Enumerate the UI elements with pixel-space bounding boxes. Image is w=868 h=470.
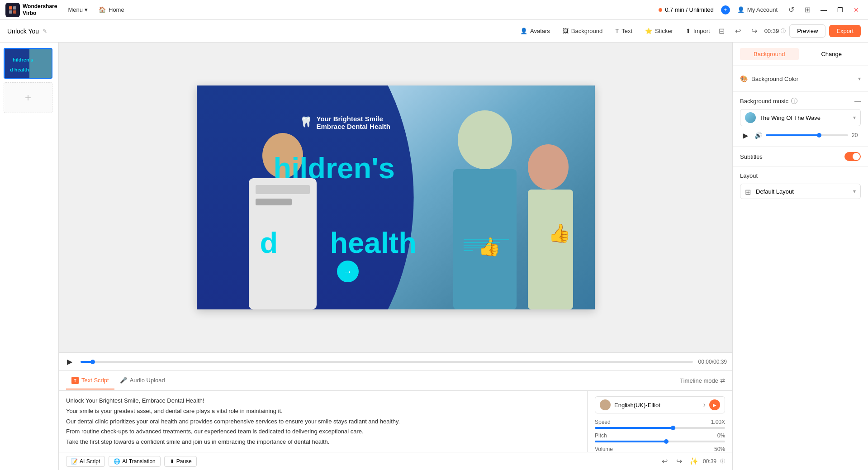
- ai-translation-label: AI Translation: [122, 458, 155, 465]
- text-label: Text: [621, 28, 632, 34]
- subtitles-label: Subtitles: [740, 153, 763, 160]
- account-button[interactable]: 👤 My Account: [737, 6, 778, 13]
- subtitles-toggle[interactable]: [844, 152, 861, 161]
- layout-select[interactable]: ⊞ Default Layout ▾: [740, 184, 861, 199]
- sticker-icon: ⭐: [645, 28, 652, 34]
- background-tool-button[interactable]: 🖼 Background: [557, 25, 608, 37]
- export-button[interactable]: Export: [829, 25, 861, 37]
- arrow-cta-button[interactable]: →: [337, 261, 359, 282]
- background-label: Background: [571, 28, 602, 34]
- script-bottom-icons: ↩ ↪ ✨ 00:39 ⓘ: [659, 456, 725, 467]
- pause-button[interactable]: ⏸ Pause: [164, 456, 197, 467]
- magic-script-button[interactable]: ✨: [688, 456, 699, 467]
- main-heading-d: d: [260, 228, 278, 257]
- undo-button[interactable]: ↩: [732, 25, 745, 38]
- slide-thumbnail-1[interactable]: hildren's d health: [4, 48, 52, 79]
- svg-text:hildren's: hildren's: [13, 57, 33, 62]
- music-collapse-icon[interactable]: —: [854, 97, 861, 104]
- music-player-controls: ▶ 🔊 20: [740, 130, 861, 141]
- tooth-icon: 🦷: [300, 116, 312, 128]
- progress-track[interactable]: [81, 361, 693, 363]
- import-tool-button[interactable]: ⬆ Import: [680, 25, 716, 37]
- slide-container-1: 1 hildren's d health: [4, 48, 55, 79]
- play-button[interactable]: ▶: [64, 356, 75, 367]
- voice-play-button[interactable]: ▶: [709, 399, 720, 410]
- layout-grid-icon[interactable]: ⊟: [716, 25, 728, 38]
- voice-name: English(UK)-Elliot: [614, 402, 700, 408]
- ai-script-button[interactable]: 📝 AI Script: [66, 456, 105, 467]
- music-track-icon: [745, 112, 756, 123]
- avatars-tool-button[interactable]: 👤 Avatars: [515, 25, 555, 37]
- add-credits-button[interactable]: +: [721, 5, 730, 14]
- bg-color-row: 🎨 Background Color ▾: [740, 71, 861, 86]
- main-heading-children: hildren's: [274, 153, 395, 183]
- arrow-icon: →: [343, 266, 352, 277]
- layout-icon: ⊞: [745, 188, 752, 195]
- grid-icon[interactable]: ⊞: [801, 4, 814, 16]
- background-icon: 🖼: [563, 28, 569, 34]
- volume-label: Volume: [595, 446, 613, 452]
- music-track-name: The Wing Of The Wave: [759, 114, 849, 121]
- timeline-mode-button[interactable]: Timeline mode ⇄: [680, 377, 725, 384]
- music-volume-slider[interactable]: [766, 134, 848, 136]
- script-bottom-bar: 📝 AI Script 🌐 AI Translation ⏸ Pause ↩ ↪…: [59, 452, 732, 470]
- preview-button[interactable]: Preview: [789, 24, 825, 38]
- voice-selector[interactable]: English(UK)-Elliot › ▶: [595, 396, 725, 413]
- history-icon[interactable]: ↺: [785, 4, 797, 16]
- undo-script-button[interactable]: ↩: [659, 456, 670, 467]
- minimize-button[interactable]: —: [817, 4, 830, 16]
- tab-text-script[interactable]: T Text Script: [66, 372, 114, 389]
- svg-rect-13: [256, 199, 292, 205]
- pitch-slider[interactable]: [595, 441, 725, 442]
- canvas-wrapper: 👍 👍 🦷 Your Brightest Smile Embrace Denta…: [59, 43, 732, 352]
- ai-script-label: AI Script: [80, 458, 100, 465]
- text-tool-button[interactable]: T Text: [610, 25, 638, 37]
- music-track-selector[interactable]: The Wing Of The Wave ▾: [740, 109, 861, 126]
- bg-color-label: 🎨 Background Color: [740, 75, 798, 82]
- redo-script-button[interactable]: ↪: [674, 456, 685, 467]
- bg-color-expand-icon[interactable]: ▾: [858, 76, 861, 82]
- svg-rect-3: [13, 10, 16, 14]
- import-label: Import: [693, 28, 710, 34]
- maximize-button[interactable]: ❐: [834, 4, 846, 16]
- timeline-bar: ▶ 00:00/00:39: [59, 352, 732, 370]
- tab-audio-upload[interactable]: 🎤 Audio Upload: [114, 372, 171, 389]
- menu-button[interactable]: Menu ▾: [64, 5, 91, 15]
- credits-text: 0.7 min / Unlimited: [665, 6, 714, 13]
- add-slide-button[interactable]: +: [4, 82, 52, 113]
- script-text-area[interactable]: Unlock Your Brightest Smile, Embrace Den…: [59, 391, 588, 452]
- sticker-tool-button[interactable]: ⭐ Sticker: [640, 25, 678, 37]
- script-line-1: Your smile is your greatest asset, and d…: [66, 407, 580, 416]
- logo-icon: [5, 3, 20, 17]
- close-button[interactable]: ✕: [850, 4, 863, 16]
- doctor-figure: [231, 119, 335, 309]
- tab-background[interactable]: Background: [740, 48, 799, 60]
- main-heading-health: health: [330, 228, 417, 257]
- duration-display: 00:39 ⓘ: [764, 28, 786, 34]
- time-counter: 00:00/00:39: [698, 359, 727, 365]
- video-canvas[interactable]: 👍 👍 🦷 Your Brightest Smile Embrace Denta…: [197, 85, 595, 309]
- redo-button[interactable]: ↪: [748, 25, 761, 38]
- speed-slider[interactable]: [595, 427, 725, 429]
- home-nav[interactable]: 🏠 Home: [99, 6, 124, 13]
- account-label: My Account: [747, 6, 778, 13]
- layout-title: Layout: [740, 172, 861, 179]
- music-play-button[interactable]: ▶: [740, 130, 751, 141]
- script-line-0: Unlock Your Brightest Smile, Embrace Den…: [66, 396, 580, 406]
- app-name: WondershareVirbo: [23, 3, 57, 16]
- script-line-3: From routine check-ups to advanced treat…: [66, 427, 580, 437]
- script-content: Unlock Your Brightest Smile, Embrace Den…: [59, 391, 732, 452]
- bg-color-text: Background Color: [751, 76, 798, 82]
- ai-translation-button[interactable]: 🌐 AI Translation: [109, 456, 160, 467]
- music-info-icon[interactable]: i: [791, 98, 797, 104]
- tool-buttons: 👤 Avatars 🖼 Background T Text ⭐ Sticker …: [515, 25, 716, 37]
- project-edit-icon[interactable]: ✎: [43, 28, 47, 34]
- toolbar: Unlock You ✎ 👤 Avatars 🖼 Background T Te…: [0, 20, 868, 43]
- music-title: Background music i: [740, 98, 797, 104]
- right-panel: Background Change 🎨 Background Color ▾ B…: [732, 43, 868, 470]
- toggle-knob: [853, 153, 860, 160]
- slide-top-text: Your Brightest Smile Embrace Dental Heal…: [317, 115, 390, 130]
- top-text-line1: Your Brightest Smile: [317, 115, 390, 123]
- tab-change[interactable]: Change: [802, 48, 861, 60]
- sticker-label: Sticker: [655, 28, 673, 34]
